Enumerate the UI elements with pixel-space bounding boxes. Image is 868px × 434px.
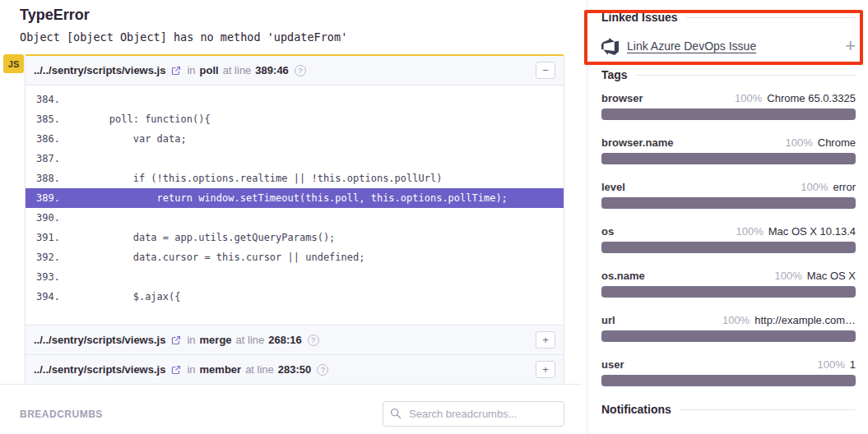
tag-item: browser.name 100%Chrome [601, 136, 856, 164]
tag-row: url 100%http://example.com… [601, 314, 856, 326]
frame-at-label: at line [245, 363, 274, 376]
collapsed-frames: ../../sentry/scripts/views.js in merge a… [26, 325, 564, 384]
heading-rule [680, 409, 856, 410]
tag-stats: 100%Mac OS X 10.13.4 [736, 225, 856, 238]
collapse-frame-button[interactable]: − [536, 62, 555, 79]
frame-file-link[interactable]: ../../sentry/scripts/views.js [34, 334, 165, 346]
line-number: 386. [26, 129, 62, 149]
tag-key: os.name [601, 270, 645, 282]
add-linked-issue-button[interactable]: + [845, 37, 856, 55]
linked-issues-row: Link Azure DevOps Issue + [601, 36, 856, 56]
tag-key: browser [601, 92, 643, 104]
breadcrumbs-search [383, 401, 564, 427]
search-icon [390, 408, 402, 422]
frame-function: member [200, 363, 242, 376]
help-icon[interactable]: ? [308, 335, 319, 346]
frame-lineno: 268:16 [268, 334, 301, 346]
line-number: 393. [26, 267, 62, 287]
section-divider [0, 384, 582, 385]
tag-distribution-bar[interactable] [601, 375, 856, 386]
line-number: 388. [26, 169, 62, 188]
tag-stats: 100%Mac OS X [775, 270, 856, 282]
tag-distribution-bar[interactable] [601, 153, 856, 164]
tag-stats: 100%Chrome [786, 136, 856, 149]
code-line: 386. var data; [26, 129, 564, 149]
external-link-icon[interactable] [171, 66, 181, 76]
frame-lineno: 389:46 [255, 64, 288, 76]
line-number: 387. [26, 149, 62, 169]
tag-value: Chrome 65.0.3325 [767, 92, 856, 104]
external-link-icon[interactable] [171, 335, 181, 345]
tag-item: browser 100%Chrome 65.0.3325 [601, 92, 856, 120]
frame-function: poll [200, 64, 219, 76]
frame-file-link[interactable]: ../../sentry/scripts/views.js [34, 64, 165, 76]
notifications-title: Notifications [601, 403, 671, 416]
tag-distribution-bar[interactable] [601, 108, 856, 120]
expand-frame-button[interactable]: + [536, 331, 555, 349]
line-number: 394. [26, 287, 62, 307]
frame-lineno: 283:50 [278, 363, 311, 376]
frame-in-label: in [187, 363, 195, 376]
vertical-divider [587, 0, 587, 434]
tag-stats: 100%http://example.com… [722, 314, 856, 326]
heading-rule [686, 17, 856, 18]
frame-function: merge [200, 334, 232, 346]
code-text: poll: function(){ [62, 109, 211, 129]
tag-value: Mac OS X [807, 270, 856, 282]
tag-value: 1 [850, 358, 856, 371]
code-line: 393. [26, 267, 564, 287]
frame-file-link[interactable]: ../../sentry/scripts/views.js [34, 363, 165, 376]
tag-distribution-bar[interactable] [601, 286, 856, 298]
platform-js-badge: JS [3, 54, 24, 73]
tag-distribution-bar[interactable] [601, 242, 856, 253]
code-text: return window.setTimeout(this.poll, this… [62, 188, 508, 208]
code-line: 391. data = app.utils.getQueryParams(); [26, 228, 564, 247]
code-line: 388. if (!this.options.realtime || !this… [26, 169, 564, 188]
tags-title: Tags [601, 68, 628, 81]
tag-percent: 100% [818, 358, 845, 371]
code-text: var data; [62, 129, 187, 149]
line-number: 392. [26, 247, 62, 267]
stack-frame-row[interactable]: ../../sentry/scripts/views.js in member … [26, 354, 564, 384]
tag-percent: 100% [801, 181, 828, 193]
tag-row: user 100%1 [601, 358, 856, 371]
tags-list: browser 100%Chrome 65.0.3325 browser.nam… [601, 92, 856, 386]
tag-value: error [833, 181, 856, 193]
code-line: 384. [26, 90, 564, 109]
tag-key: browser.name [601, 136, 673, 149]
help-icon[interactable]: ? [295, 65, 306, 76]
tag-stats: 100%1 [818, 358, 856, 371]
frame-at-label: at line [223, 64, 252, 76]
help-icon[interactable]: ? [317, 364, 328, 376]
expand-frame-button[interactable]: + [536, 361, 555, 378]
tag-percent: 100% [735, 92, 762, 104]
search-breadcrumbs-input[interactable] [383, 401, 564, 427]
breadcrumbs-heading: BREADCRUMBS [20, 409, 103, 420]
stack-frame-header[interactable]: ../../sentry/scripts/views.js in poll at… [26, 56, 564, 85]
tag-percent: 100% [786, 136, 813, 149]
code-line: 394. $.ajax({ [26, 287, 564, 307]
tag-stats: 100%error [801, 181, 856, 193]
tag-distribution-bar[interactable] [601, 330, 856, 342]
tag-distribution-bar[interactable] [601, 197, 856, 209]
tag-key: url [601, 314, 615, 326]
tag-row: level 100%error [601, 181, 856, 193]
tag-value: http://example.com… [754, 314, 856, 326]
error-message: Object [object Object] has no method 'up… [20, 30, 347, 44]
link-azure-devops-issue-link[interactable]: Link Azure DevOps Issue [627, 39, 756, 53]
code-text: data.cursor = this.cursor || undefined; [62, 247, 364, 267]
linked-issues-heading: Linked Issues [601, 11, 856, 24]
tag-item: url 100%http://example.com… [601, 314, 856, 342]
tag-stats: 100%Chrome 65.0.3325 [735, 92, 856, 104]
tag-row: browser 100%Chrome 65.0.3325 [601, 92, 856, 104]
linked-issues-title: Linked Issues [601, 11, 678, 24]
stack-trace-panel: JS ../../sentry/scripts/views.js in poll… [25, 54, 564, 385]
code-line: 390. [26, 208, 564, 228]
line-number: 385. [26, 109, 62, 129]
line-number: 391. [26, 228, 62, 247]
tag-row: os.name 100%Mac OS X [601, 270, 856, 282]
tag-row: browser.name 100%Chrome [601, 136, 856, 149]
tag-percent: 100% [722, 314, 750, 326]
stack-frame-row[interactable]: ../../sentry/scripts/views.js in merge a… [26, 325, 564, 354]
external-link-icon[interactable] [171, 365, 181, 375]
